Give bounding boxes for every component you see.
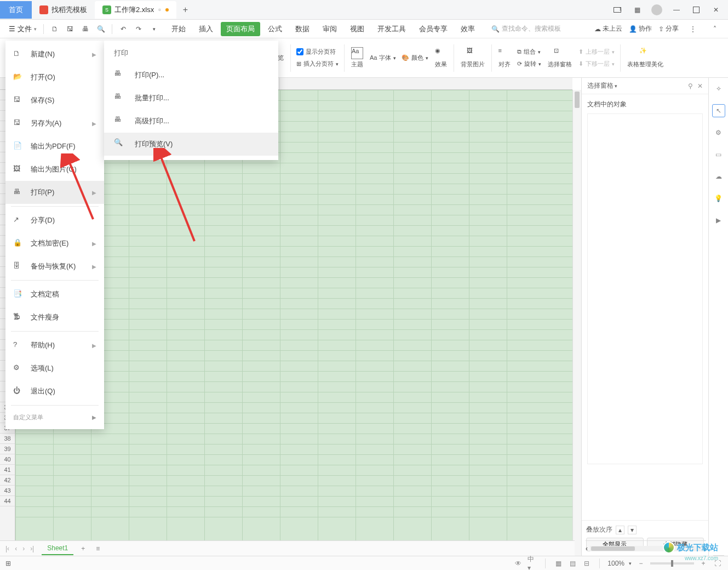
tab-home[interactable]: 首页 (0, 1, 32, 19)
ribbon-tab-review[interactable]: 审阅 (317, 22, 342, 36)
tb-color[interactable]: 🎨颜色▾ (402, 53, 428, 64)
ribbon-tab-formula[interactable]: 公式 (262, 22, 288, 36)
tb-show-pagination[interactable]: 显示分页符 (296, 47, 339, 58)
add-sheet-button[interactable]: + (78, 545, 88, 552)
vertical-scrollbar[interactable] (572, 90, 581, 556)
qa-print-icon[interactable]: 🖶 (79, 22, 92, 36)
file-menu-item[interactable]: 🖫保存(S) (5, 89, 104, 112)
row-header[interactable]: 41 (0, 465, 15, 475)
file-menu-item[interactable]: ⏻退出(Q) (5, 380, 104, 403)
ime-icon[interactable]: 中 ▾ (528, 558, 537, 568)
ribbon-tab-data[interactable]: 数据 (290, 22, 315, 36)
close-panel-icon[interactable]: ✕ (697, 82, 703, 90)
view-break-icon[interactable]: ⊟ (582, 558, 592, 568)
tb-rotate[interactable]: ⟳旋转▾ (517, 59, 541, 70)
maximize-button[interactable] (689, 2, 704, 18)
zoom-slider[interactable] (650, 562, 694, 565)
file-menu-item[interactable]: 🖶打印(P)▶ (5, 181, 104, 204)
file-menu-item[interactable]: 🖫另存为(A)▶ (5, 112, 104, 135)
pagination-checkbox[interactable] (296, 48, 303, 55)
tb-effect[interactable]: ◉效果 (432, 41, 450, 76)
tab-template[interactable]: 找稻壳模板 (32, 1, 95, 19)
print-preview-item[interactable]: 🔍打印预览(V) (104, 133, 278, 156)
row-header[interactable]: 42 (0, 475, 15, 486)
fullscreen-icon[interactable]: ⛶ (713, 558, 723, 568)
minimize-button[interactable]: — (669, 2, 684, 18)
command-search[interactable]: 🔍 查找命令、搜索模板 (491, 24, 561, 33)
tb-theme[interactable]: Aa主题 (348, 41, 366, 76)
row-header[interactable]: 44 (0, 496, 15, 506)
scroll-thumb[interactable] (575, 92, 580, 108)
custom-menu-item[interactable]: 自定义菜单▶ (5, 408, 104, 427)
settings-strip-icon[interactable]: ⚙ (712, 126, 725, 139)
sheet-nav-first[interactable]: |‹ (4, 545, 10, 552)
sheet-nav-prev[interactable]: ‹ (14, 545, 18, 552)
move-up-icon[interactable]: ▴ (616, 526, 624, 534)
zoom-out-button[interactable]: − (636, 558, 646, 568)
collab-button[interactable]: 👤协作 (629, 24, 652, 33)
qa-preview-icon[interactable]: 🔍 (94, 22, 107, 36)
zoom-dropdown-icon[interactable]: ▾ (629, 561, 632, 566)
view-page-icon[interactable]: ▤ (568, 558, 577, 568)
tb-bg-image[interactable]: 🖼背景图片 (457, 41, 488, 76)
adv-print-item[interactable]: 🖶高级打印... (104, 110, 278, 133)
tab-dup-icon[interactable]: ▫ (158, 5, 161, 14)
cloud-status[interactable]: ☁未上云 (594, 24, 622, 33)
scroll-right-icon[interactable]: › (704, 545, 706, 552)
tb-select-pane[interactable]: ⊡选择窗格 (544, 41, 575, 76)
row-header[interactable]: 40 (0, 454, 15, 465)
qa-undo-icon[interactable]: ↶ (117, 22, 130, 36)
apps-icon[interactable]: ▦ (629, 2, 645, 18)
file-menu-button[interactable]: ☰ 文件 ▾ (5, 23, 40, 35)
hscroll-thumb[interactable] (591, 546, 635, 551)
layout-toggle-icon[interactable]: 1 (610, 2, 625, 18)
move-down-icon[interactable]: ▾ (628, 526, 637, 534)
avatar-icon[interactable] (649, 2, 664, 18)
tab-add-button[interactable]: + (176, 5, 194, 15)
file-menu-item[interactable]: 🗜文件瘦身 (5, 306, 104, 329)
chevron-down-icon[interactable]: ▾ (615, 83, 617, 89)
file-menu-item[interactable]: ↗分享(D) (5, 209, 104, 232)
ribbon-tab-pagelayout[interactable]: 页面布局 (221, 22, 260, 36)
ribbon-tab-view[interactable]: 视图 (345, 22, 370, 36)
file-menu-item[interactable]: ⚙选项(L) (5, 357, 104, 380)
pin-icon[interactable]: ⚲ (688, 82, 693, 90)
batch-print-item[interactable]: 🖶批量打印... (104, 87, 278, 110)
cloud-strip-icon[interactable]: ☁ (712, 170, 725, 183)
present-strip-icon[interactable]: ▶ (712, 214, 725, 227)
layout-strip-icon[interactable]: ▭ (712, 148, 725, 161)
horizontal-scrollbar[interactable]: ‹ › (586, 540, 706, 556)
sheet-list-button[interactable]: ≡ (93, 545, 103, 552)
tb-font[interactable]: Aa 字体▾ (370, 53, 396, 64)
idea-strip-icon[interactable]: 💡 (712, 192, 725, 205)
qa-dropdown-icon[interactable]: ▾ (147, 22, 160, 36)
cell-mode-icon[interactable]: ⊞ (5, 560, 11, 567)
sheet-tab[interactable]: Sheet1 (42, 542, 73, 555)
file-menu-item[interactable]: 🖼输出为图片(G) (5, 158, 104, 181)
sheet-nav-last[interactable]: ›| (29, 545, 35, 552)
qa-new-icon[interactable]: 🗋 (48, 22, 61, 36)
qa-redo-icon[interactable]: ↷ (132, 22, 145, 36)
tb-group-btn[interactable]: ⧉组合▾ (517, 47, 541, 58)
ribbon-tab-insert[interactable]: 插入 (193, 22, 219, 36)
file-menu-item[interactable]: 🔒文档加密(E)▶ (5, 232, 104, 255)
scroll-left-icon[interactable]: ‹ (586, 545, 588, 552)
print-item[interactable]: 🖶打印(P)... (104, 64, 278, 87)
qa-save-icon[interactable]: 🖫 (64, 22, 77, 36)
row-header[interactable]: 39 (0, 444, 15, 454)
ribbon-tab-start[interactable]: 开始 (166, 22, 191, 36)
file-menu-item[interactable]: 🗄备份与恢复(K)▶ (5, 255, 104, 278)
file-menu-item[interactable]: 📄输出为PDF(F) (5, 135, 104, 158)
tab-document[interactable]: S 工作簿2.xlsx ▫ (95, 1, 176, 19)
row-header[interactable]: 38 (0, 434, 15, 444)
zoom-in-button[interactable]: + (698, 558, 708, 568)
sheet-nav-next[interactable]: › (21, 545, 26, 552)
collapse-ribbon-icon[interactable]: ˄ (708, 22, 721, 36)
tb-up-layer[interactable]: ⬆上移一层▾ (578, 47, 615, 58)
tb-table-format[interactable]: ✨表格整理美化 (624, 41, 667, 76)
assistant-icon[interactable]: ✧ (712, 82, 725, 95)
file-menu-item[interactable]: ?帮助(H)▶ (5, 334, 104, 357)
file-menu-item[interactable]: 🗋新建(N)▶ (5, 43, 104, 66)
tb-down-layer[interactable]: ⬇下移一层▾ (578, 59, 615, 70)
more-icon[interactable]: ⋮ (686, 22, 700, 36)
